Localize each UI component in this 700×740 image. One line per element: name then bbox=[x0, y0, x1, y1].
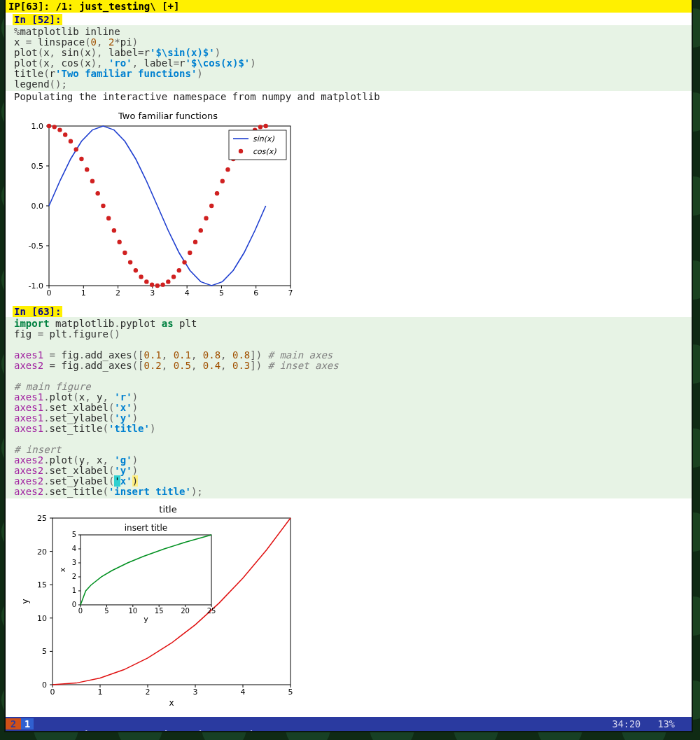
svg-text:0.5: 0.5 bbox=[31, 162, 44, 171]
svg-point-61 bbox=[225, 167, 230, 172]
svg-text:20: 20 bbox=[181, 607, 190, 615]
svg-text:5: 5 bbox=[72, 531, 76, 538]
svg-point-51 bbox=[172, 274, 176, 279]
svg-point-49 bbox=[160, 282, 164, 286]
svg-point-58 bbox=[209, 204, 214, 208]
svg-point-33 bbox=[74, 147, 78, 151]
svg-text:-1.0: -1.0 bbox=[29, 281, 43, 291]
svg-text:sin(x): sin(x) bbox=[253, 134, 275, 144]
svg-text:4: 4 bbox=[72, 545, 76, 552]
svg-text:7: 7 bbox=[288, 288, 293, 298]
svg-point-31 bbox=[63, 132, 67, 137]
svg-rect-102 bbox=[80, 535, 211, 605]
svg-point-32 bbox=[69, 139, 73, 144]
svg-point-53 bbox=[182, 260, 186, 264]
chart-svg: title 0123450510152025xy insert title051… bbox=[14, 503, 294, 706]
svg-text:title: title bbox=[159, 504, 176, 515]
svg-text:5: 5 bbox=[219, 288, 224, 298]
svg-text:Two familiar functions: Two familiar functions bbox=[118, 111, 218, 121]
svg-text:10: 10 bbox=[37, 614, 47, 623]
svg-point-42 bbox=[122, 251, 127, 255]
svg-text:20: 20 bbox=[37, 547, 47, 557]
svg-text:y: y bbox=[144, 615, 148, 624]
svg-text:25: 25 bbox=[207, 607, 216, 615]
cell-prompt: In [52]: bbox=[13, 14, 62, 25]
svg-point-55 bbox=[193, 240, 197, 244]
svg-point-72 bbox=[239, 149, 243, 153]
modeline-position: 34:20 13% bbox=[612, 718, 675, 729]
svg-point-59 bbox=[215, 191, 219, 195]
svg-text:6: 6 bbox=[253, 288, 258, 298]
svg-point-34 bbox=[79, 157, 83, 161]
cell-code[interactable]: %matplotlib inline x = linspace(0, 2*pi)… bbox=[6, 25, 692, 91]
svg-text:y: y bbox=[20, 599, 30, 603]
modeline-state-badge[interactable]: 1 bbox=[21, 718, 34, 729]
chart-svg: Two familiar functions 01234567-1.0-0.50… bbox=[14, 109, 294, 298]
svg-text:4: 4 bbox=[241, 687, 246, 697]
cell-code[interactable]: import matplotlib.pyplot as plt fig = pl… bbox=[6, 317, 692, 498]
svg-point-47 bbox=[150, 282, 154, 286]
svg-text:25: 25 bbox=[37, 514, 47, 523]
svg-point-52 bbox=[177, 268, 181, 272]
svg-text:2: 2 bbox=[146, 687, 150, 697]
svg-point-38 bbox=[101, 204, 105, 208]
svg-point-54 bbox=[188, 251, 192, 255]
svg-text:2: 2 bbox=[72, 573, 76, 580]
buffer-content[interactable]: In [52]: %matplotlib inline x = linspace… bbox=[6, 13, 692, 717]
svg-text:0: 0 bbox=[50, 687, 55, 697]
svg-text:1.0: 1.0 bbox=[31, 122, 44, 131]
svg-text:1: 1 bbox=[72, 587, 76, 594]
svg-text:15: 15 bbox=[37, 580, 47, 589]
modeline-workspace-badge[interactable]: 2 bbox=[6, 718, 21, 729]
svg-text:cos(x): cos(x) bbox=[253, 147, 276, 156]
modeline-buffer-name[interactable]: *ein: 8888/test.ipynb/just_testing* bbox=[72, 729, 271, 731]
svg-point-50 bbox=[166, 279, 170, 284]
svg-point-37 bbox=[95, 191, 99, 195]
svg-point-35 bbox=[85, 167, 89, 172]
svg-text:0.0: 0.0 bbox=[31, 202, 44, 211]
cell-prompt: In [63]: bbox=[13, 306, 62, 317]
svg-point-30 bbox=[57, 127, 62, 132]
svg-text:2: 2 bbox=[115, 288, 120, 298]
svg-text:x: x bbox=[169, 698, 174, 706]
frame-titlebar: IP[63]: /1: just_testing\ [+] bbox=[6, 0, 692, 13]
modeline-body: ✱ 717 *ein: 8888/test.ipynb/just_testing… bbox=[34, 717, 612, 731]
svg-text:x: x bbox=[58, 567, 67, 572]
svg-text:1: 1 bbox=[98, 687, 103, 697]
svg-text:-0.5: -0.5 bbox=[29, 242, 43, 251]
svg-text:3: 3 bbox=[72, 559, 76, 566]
svg-point-68 bbox=[263, 124, 267, 128]
svg-point-36 bbox=[90, 179, 94, 183]
svg-text:5: 5 bbox=[104, 607, 108, 615]
svg-text:5: 5 bbox=[288, 687, 293, 697]
svg-point-41 bbox=[117, 240, 121, 244]
svg-point-56 bbox=[199, 228, 203, 232]
svg-text:3: 3 bbox=[150, 288, 155, 298]
svg-point-46 bbox=[144, 279, 148, 284]
figure-2: title 0123450510152025xy insert title051… bbox=[14, 503, 692, 708]
svg-point-44 bbox=[134, 268, 138, 272]
emacs-frame: IP[63]: /1: just_testing\ [+] In [52]: %… bbox=[6, 0, 692, 731]
svg-point-45 bbox=[139, 274, 143, 279]
svg-point-60 bbox=[220, 179, 225, 183]
svg-point-43 bbox=[128, 260, 132, 264]
cell-stdout: Populating the interactive namespace fro… bbox=[6, 91, 692, 105]
svg-text:0: 0 bbox=[72, 601, 76, 608]
svg-text:4: 4 bbox=[185, 288, 190, 298]
svg-point-40 bbox=[112, 228, 116, 232]
modeline: 2 1 ✱ 717 *ein: 8888/test.ipynb/just_tes… bbox=[6, 717, 692, 731]
notebook-cell-2: In [63]: import matplotlib.pyplot as plt… bbox=[6, 305, 692, 708]
svg-point-57 bbox=[204, 216, 208, 221]
svg-point-48 bbox=[155, 284, 160, 288]
svg-point-39 bbox=[106, 216, 111, 221]
notebook-cell-1: In [52]: %matplotlib inline x = linspace… bbox=[6, 13, 692, 300]
svg-text:1: 1 bbox=[81, 288, 86, 298]
svg-point-29 bbox=[52, 125, 57, 129]
figure-1: Two familiar functions 01234567-1.0-0.50… bbox=[14, 109, 692, 300]
svg-text:insert title: insert title bbox=[125, 523, 168, 533]
svg-text:3: 3 bbox=[193, 687, 198, 697]
svg-text:5: 5 bbox=[42, 647, 47, 656]
svg-text:15: 15 bbox=[155, 607, 164, 615]
svg-point-28 bbox=[47, 124, 51, 128]
svg-point-67 bbox=[258, 125, 262, 129]
